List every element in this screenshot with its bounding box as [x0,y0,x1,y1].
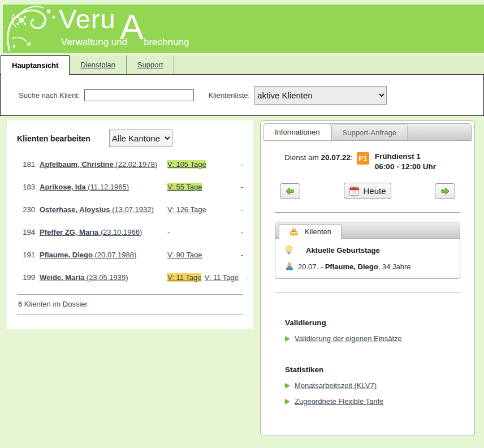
tab-support-anfrage[interactable]: Support-Anfrage [331,124,408,140]
client-row: 183Aprikose, Ida (11.12.1965)V: 55 Tage- [7,175,253,198]
tab-support[interactable]: Support [127,55,175,74]
client-row: 194Pfeffer ZG, Maria (23.10.1966)-- [7,221,253,243]
extra-dash: - [237,251,243,259]
statistics-link-monatsarbeitszeit[interactable]: Monatsarbeitszeit (KLV7) [295,381,377,390]
info-tabbar: Informationen Support-Anfrage [263,123,472,141]
client-rows: 181Apfelbaum, Christine (22.02.1978)V: 1… [7,153,253,288]
birthday-cake-icon [289,227,299,236]
clients-panel-header: Klienten bearbeiten Alle Kantone [7,120,253,150]
shift-badge: F1 [357,152,369,165]
validation-days-link[interactable]: V: 11 Tage [204,273,238,282]
client-id: 183 [17,183,35,191]
client-name-link[interactable]: Pfeffer ZG, Maria (23.10.1966) [40,228,142,236]
validation-link[interactable]: Validierung der eigenen Einsätze [295,334,402,343]
divider [275,212,460,213]
tab-hauptansicht-label: Hauptansicht [12,61,58,70]
birthday-entry-age: , 34 Jahre [378,262,411,271]
duty-colon: : [351,153,353,162]
search-panel: Suche nach Klient: Klientenliste: aktive… [0,74,484,116]
validation-days-link[interactable]: V: 90 Tage [167,251,202,259]
validation-days-link[interactable]: V: 126 Tage [167,205,206,214]
info-panel: Informationen Support-Anfrage Dienst am … [260,120,475,436]
client-row: 191Pflaume, Diego (20.07.1988)V: 90 Tage… [7,243,253,266]
tab-hauptansicht[interactable]: Hauptansicht [1,55,70,75]
svg-text:12: 12 [352,191,357,195]
today-button[interactable]: 12 Heute [344,183,391,199]
logo-subtitle-left: Verwaltung und [61,37,127,48]
duty-prefix: Dienst am [284,153,321,162]
statistics-link-flexible-tarife[interactable]: Zugeordnete Flexible Tarife [295,397,383,406]
client-name-link[interactable]: Aprikose, Ida (11.12.1965) [40,183,129,191]
validation-days-link[interactable]: V: 55 Tage [167,183,202,191]
validation-days-link[interactable]: V: 105 Tage [167,160,206,169]
client-name-link[interactable]: Pflaume, Diego (20.07.1988) [40,251,136,259]
client-id: 199 [17,273,35,282]
validation-cell: V: 55 Tage [167,183,233,191]
search-input[interactable] [84,89,194,101]
birthday-entry-date: 20.07. - [298,262,325,271]
extra-dash: - [237,205,243,214]
extra-dash: - [237,160,243,169]
calendar-icon: 12 [349,186,360,196]
date-nav-row: 12 Heute [261,183,474,199]
tab-klienten[interactable]: Klienten [279,224,342,239]
extra-dash: - [237,183,243,191]
green-triangle-icon [285,399,290,404]
birthday-entry: 20.07. - Pflaume, Diego, 34 Jahre [285,262,452,271]
client-row: 199Weide, Maria (23.05.1939)V: 11 TageV:… [7,266,253,288]
validation-days-link[interactable]: V: 11 Tage [167,273,201,282]
empty-dash: - [167,228,170,236]
client-name-link[interactable]: Weide, Maria (23.05.1939) [40,273,128,282]
validation-cell: - [167,228,233,236]
canton-filter-select[interactable]: Alle Kantone [109,130,172,147]
client-name-link[interactable]: Apfelbaum, Christine (22.02.1978) [40,160,157,169]
validation-cell: V: 126 Tage [167,205,233,214]
tab-support-anfrage-label: Support-Anfrage [343,128,396,137]
client-name-link[interactable]: Osterhase, Aloysius (13.07.1932) [40,205,154,214]
duty-date: 20.07.22 [321,153,351,162]
birthdays-body: Aktuelle Geburtstage 20.07. - Pflaume, D… [275,239,460,278]
client-row: 181Apfelbaum, Christine (22.02.1978)V: 1… [7,153,253,175]
divider [275,292,460,292]
client-count-footer: 6 Klienten im Dossier [17,294,243,315]
extra-dash: - [237,228,243,236]
validation-heading: Validierung [285,318,474,327]
main-tabstrip: Hauptansicht Dienstplan Support [1,55,484,75]
validation-cell: V: 105 Tage [167,160,233,169]
main-content: Klienten bearbeiten Alle Kantone 181Apfe… [0,120,484,445]
logo-text: Veru [59,5,116,35]
extra-dash: - [243,273,249,282]
today-button-label: Heute [363,186,386,196]
birthdays-tabbar: Klienten [275,222,460,239]
tab-informationen[interactable]: Informationen [263,123,331,140]
client-id: 230 [17,205,35,214]
statistics-section: Statistiken Monatsarbeitszeit (KLV7) Zug… [261,365,474,406]
tab-dienstplan[interactable]: Dienstplan [70,55,126,74]
client-list-select[interactable]: aktive Klienten [254,86,387,105]
clients-panel-title: Klienten bearbeiten [17,134,90,143]
next-day-button[interactable] [435,183,455,199]
prev-day-button[interactable] [280,183,300,199]
validation-section: Validierung Validierung der eigenen Eins… [261,318,474,343]
floral-ornament-icon [4,5,59,53]
person-icon [285,262,294,271]
tab-informationen-label: Informationen [275,128,320,136]
green-triangle-icon [285,383,290,389]
duty-info: Dienst am 20.07.22: F1 Frühdienst 1 06:0… [261,152,474,172]
birthdays-heading-row: Aktuelle Geburtstage [284,245,452,256]
validation-link-row: Validierung der eigenen Einsätze [285,334,474,343]
tab-klienten-label: Klienten [305,227,331,236]
birthdays-box: Klienten Aktuelle Geburt [275,222,460,279]
page: Veru A Verwaltung und brechnung Hauptans… [0,5,484,448]
clients-panel: Klienten bearbeiten Alle Kantone 181Apfe… [7,120,253,329]
statistics-link-row: Zugeordnete Flexible Tarife [285,397,474,406]
search-label: Suche nach Klient: [19,91,80,100]
app-header: Veru A Verwaltung und brechnung [3,5,484,53]
birthdays-heading: Aktuelle Geburtstage [306,246,380,255]
arrow-right-icon [440,186,450,196]
lightbulb-icon [284,245,294,256]
tab-dienstplan-link[interactable]: Dienstplan [80,61,115,69]
tab-support-link[interactable]: Support [137,61,163,69]
client-row: 230Osterhase, Aloysius (13.07.1932)V: 12… [7,198,253,221]
birthday-entry-text: 20.07. - Pflaume, Diego, 34 Jahre [298,262,410,271]
